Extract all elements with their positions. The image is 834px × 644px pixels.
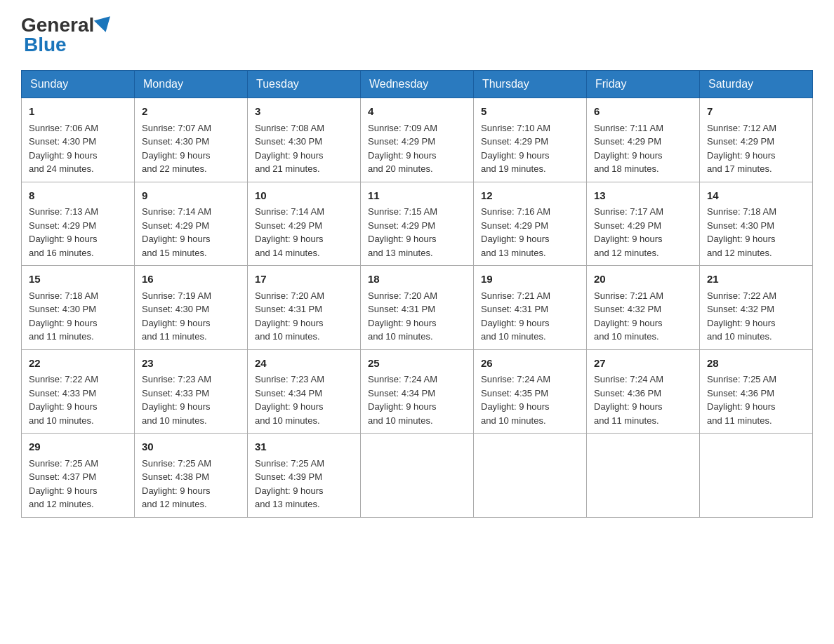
day-number: 20 [594, 271, 692, 288]
calendar-cell: 8 Sunrise: 7:13 AMSunset: 4:29 PMDayligh… [22, 182, 135, 266]
calendar-cell [700, 434, 813, 518]
day-number: 7 [707, 104, 805, 120]
weekday-header-saturday: Saturday [700, 71, 813, 98]
header: General Blue [21, 14, 813, 56]
calendar-cell: 6 Sunrise: 7:11 AMSunset: 4:29 PMDayligh… [587, 98, 700, 182]
calendar-cell: 21 Sunrise: 7:22 AMSunset: 4:32 PMDaylig… [700, 266, 813, 350]
day-info: Sunrise: 7:23 AMSunset: 4:34 PMDaylight:… [255, 374, 324, 426]
calendar-cell: 16 Sunrise: 7:19 AMSunset: 4:30 PMDaylig… [135, 266, 248, 350]
day-info: Sunrise: 7:08 AMSunset: 4:30 PMDaylight:… [255, 123, 324, 175]
calendar-week-row: 8 Sunrise: 7:13 AMSunset: 4:29 PMDayligh… [22, 182, 813, 266]
calendar-cell: 12 Sunrise: 7:16 AMSunset: 4:29 PMDaylig… [474, 182, 587, 266]
calendar-cell: 19 Sunrise: 7:21 AMSunset: 4:31 PMDaylig… [474, 266, 587, 350]
weekday-header-tuesday: Tuesday [248, 71, 361, 98]
day-number: 1 [29, 104, 127, 120]
calendar-table: SundayMondayTuesdayWednesdayThursdayFrid… [21, 70, 813, 518]
day-number: 8 [29, 188, 127, 204]
day-info: Sunrise: 7:14 AMSunset: 4:29 PMDaylight:… [142, 206, 211, 258]
day-number: 3 [255, 104, 353, 120]
day-number: 23 [142, 356, 240, 372]
day-info: Sunrise: 7:25 AMSunset: 4:36 PMDaylight:… [707, 374, 776, 426]
weekday-header-monday: Monday [135, 71, 248, 98]
weekday-header-wednesday: Wednesday [361, 71, 474, 98]
calendar-cell: 15 Sunrise: 7:18 AMSunset: 4:30 PMDaylig… [22, 266, 135, 350]
calendar-cell: 25 Sunrise: 7:24 AMSunset: 4:34 PMDaylig… [361, 349, 474, 434]
day-number: 22 [29, 356, 127, 372]
calendar-cell: 27 Sunrise: 7:24 AMSunset: 4:36 PMDaylig… [587, 349, 700, 434]
calendar-week-row: 1 Sunrise: 7:06 AMSunset: 4:30 PMDayligh… [22, 98, 813, 182]
calendar-week-row: 29 Sunrise: 7:25 AMSunset: 4:37 PMDaylig… [22, 434, 813, 518]
day-number: 17 [255, 271, 353, 288]
calendar-cell [474, 434, 587, 518]
day-number: 13 [594, 188, 692, 204]
day-info: Sunrise: 7:11 AMSunset: 4:29 PMDaylight:… [594, 123, 663, 175]
calendar-cell: 31 Sunrise: 7:25 AMSunset: 4:39 PMDaylig… [248, 434, 361, 518]
day-number: 2 [142, 104, 240, 120]
calendar-cell: 7 Sunrise: 7:12 AMSunset: 4:29 PMDayligh… [700, 98, 813, 182]
calendar-cell: 4 Sunrise: 7:09 AMSunset: 4:29 PMDayligh… [361, 98, 474, 182]
day-info: Sunrise: 7:07 AMSunset: 4:30 PMDaylight:… [142, 123, 211, 175]
day-number: 16 [142, 271, 240, 288]
day-number: 30 [142, 439, 240, 455]
day-number: 24 [255, 356, 353, 372]
calendar-cell: 26 Sunrise: 7:24 AMSunset: 4:35 PMDaylig… [474, 349, 587, 434]
day-info: Sunrise: 7:14 AMSunset: 4:29 PMDaylight:… [255, 206, 324, 258]
day-info: Sunrise: 7:25 AMSunset: 4:37 PMDaylight:… [29, 458, 98, 510]
day-number: 4 [368, 104, 466, 120]
day-info: Sunrise: 7:16 AMSunset: 4:29 PMDaylight:… [481, 206, 550, 258]
calendar-cell: 23 Sunrise: 7:23 AMSunset: 4:33 PMDaylig… [135, 349, 248, 434]
calendar-cell: 5 Sunrise: 7:10 AMSunset: 4:29 PMDayligh… [474, 98, 587, 182]
day-info: Sunrise: 7:20 AMSunset: 4:31 PMDaylight:… [255, 290, 324, 342]
day-info: Sunrise: 7:12 AMSunset: 4:29 PMDaylight:… [707, 123, 776, 175]
day-number: 14 [707, 188, 805, 204]
day-info: Sunrise: 7:06 AMSunset: 4:30 PMDaylight:… [29, 123, 98, 175]
day-info: Sunrise: 7:15 AMSunset: 4:29 PMDaylight:… [368, 206, 437, 258]
day-info: Sunrise: 7:21 AMSunset: 4:31 PMDaylight:… [481, 290, 550, 342]
logo-blue-text: Blue [24, 34, 67, 56]
calendar-cell: 9 Sunrise: 7:14 AMSunset: 4:29 PMDayligh… [135, 182, 248, 266]
calendar-cell: 2 Sunrise: 7:07 AMSunset: 4:30 PMDayligh… [135, 98, 248, 182]
day-info: Sunrise: 7:24 AMSunset: 4:34 PMDaylight:… [368, 374, 437, 426]
day-info: Sunrise: 7:23 AMSunset: 4:33 PMDaylight:… [142, 374, 211, 426]
day-info: Sunrise: 7:18 AMSunset: 4:30 PMDaylight:… [29, 290, 98, 342]
calendar-cell [587, 434, 700, 518]
day-number: 21 [707, 271, 805, 288]
calendar-cell: 11 Sunrise: 7:15 AMSunset: 4:29 PMDaylig… [361, 182, 474, 266]
calendar-cell: 24 Sunrise: 7:23 AMSunset: 4:34 PMDaylig… [248, 349, 361, 434]
day-number: 25 [368, 356, 466, 372]
day-number: 5 [481, 104, 579, 120]
day-info: Sunrise: 7:24 AMSunset: 4:36 PMDaylight:… [594, 374, 663, 426]
day-info: Sunrise: 7:10 AMSunset: 4:29 PMDaylight:… [481, 123, 550, 175]
weekday-header-sunday: Sunday [22, 71, 135, 98]
day-info: Sunrise: 7:19 AMSunset: 4:30 PMDaylight:… [142, 290, 211, 342]
day-number: 27 [594, 356, 692, 372]
calendar-cell: 3 Sunrise: 7:08 AMSunset: 4:30 PMDayligh… [248, 98, 361, 182]
day-number: 15 [29, 271, 127, 288]
day-number: 9 [142, 188, 240, 204]
calendar-cell: 28 Sunrise: 7:25 AMSunset: 4:36 PMDaylig… [700, 349, 813, 434]
calendar-cell: 10 Sunrise: 7:14 AMSunset: 4:29 PMDaylig… [248, 182, 361, 266]
day-info: Sunrise: 7:13 AMSunset: 4:29 PMDaylight:… [29, 206, 98, 258]
day-number: 6 [594, 104, 692, 120]
calendar-cell: 20 Sunrise: 7:21 AMSunset: 4:32 PMDaylig… [587, 266, 700, 350]
logo-triangle-icon [94, 16, 114, 34]
day-number: 12 [481, 188, 579, 204]
day-info: Sunrise: 7:22 AMSunset: 4:32 PMDaylight:… [707, 290, 776, 342]
day-info: Sunrise: 7:18 AMSunset: 4:30 PMDaylight:… [707, 206, 776, 258]
day-number: 26 [481, 356, 579, 372]
logo: General Blue [21, 14, 114, 56]
day-info: Sunrise: 7:20 AMSunset: 4:31 PMDaylight:… [368, 290, 437, 342]
weekday-header-friday: Friday [587, 71, 700, 98]
day-number: 18 [368, 271, 466, 288]
calendar-week-row: 15 Sunrise: 7:18 AMSunset: 4:30 PMDaylig… [22, 266, 813, 350]
calendar-cell: 18 Sunrise: 7:20 AMSunset: 4:31 PMDaylig… [361, 266, 474, 350]
calendar-cell: 29 Sunrise: 7:25 AMSunset: 4:37 PMDaylig… [22, 434, 135, 518]
day-number: 28 [707, 356, 805, 372]
day-number: 29 [29, 439, 127, 455]
day-info: Sunrise: 7:22 AMSunset: 4:33 PMDaylight:… [29, 374, 98, 426]
day-number: 19 [481, 271, 579, 288]
calendar-cell: 17 Sunrise: 7:20 AMSunset: 4:31 PMDaylig… [248, 266, 361, 350]
calendar-cell: 13 Sunrise: 7:17 AMSunset: 4:29 PMDaylig… [587, 182, 700, 266]
day-info: Sunrise: 7:17 AMSunset: 4:29 PMDaylight:… [594, 206, 663, 258]
calendar-cell: 22 Sunrise: 7:22 AMSunset: 4:33 PMDaylig… [22, 349, 135, 434]
